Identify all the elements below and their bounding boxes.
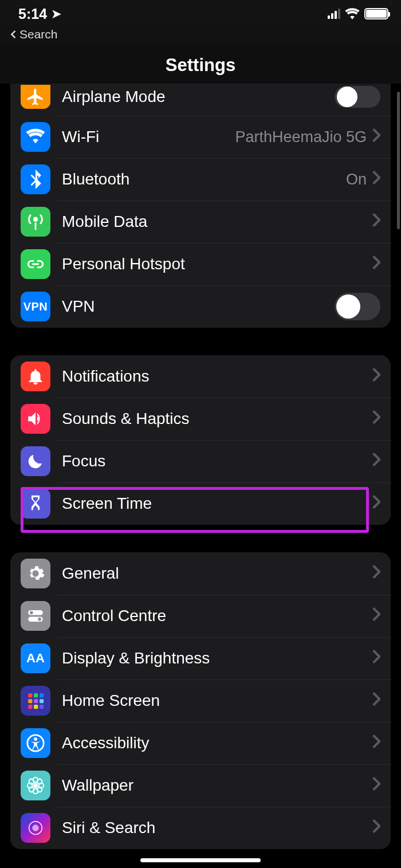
- home-screen-label: Home Screen: [62, 692, 372, 710]
- siri-row[interactable]: Siri & Search: [10, 807, 391, 849]
- antenna-icon: [21, 207, 50, 237]
- airplane-icon: [21, 85, 50, 109]
- vpn-icon: VPN: [21, 292, 50, 321]
- location-arrow-icon: ➤: [52, 7, 61, 21]
- svg-rect-5: [34, 693, 38, 697]
- display-row[interactable]: AA Display & Brightness: [10, 637, 391, 680]
- svg-rect-8: [34, 699, 38, 703]
- chevron-icon: [372, 777, 380, 795]
- speaker-icon: [21, 404, 50, 434]
- home-screen-row[interactable]: Home Screen: [10, 680, 391, 722]
- text-size-icon: AA: [21, 643, 50, 673]
- svg-point-15: [33, 783, 38, 788]
- vpn-toggle[interactable]: [335, 293, 380, 320]
- hourglass-icon: [21, 489, 50, 519]
- general-row[interactable]: General: [10, 552, 391, 595]
- wifi-icon: [21, 122, 50, 152]
- control-centre-row[interactable]: Control Centre: [10, 595, 391, 637]
- control-centre-label: Control Centre: [62, 607, 372, 625]
- wifi-row[interactable]: Wi-Fi ParthHeemaJio 5G: [10, 116, 391, 158]
- chevron-icon: [372, 692, 380, 710]
- chevron-icon: [372, 735, 380, 752]
- focus-label: Focus: [62, 452, 372, 470]
- chevron-icon: [372, 819, 380, 837]
- wallpaper-label: Wallpaper: [62, 776, 372, 795]
- connectivity-group: Airplane Mode Wi-Fi ParthHeemaJio 5G Blu…: [10, 84, 391, 328]
- display-label: Display & Brightness: [62, 649, 372, 667]
- accessibility-label: Accessibility: [62, 734, 372, 752]
- svg-rect-9: [40, 699, 44, 703]
- svg-rect-10: [28, 705, 32, 709]
- wifi-value: ParthHeemaJio 5G: [235, 128, 367, 146]
- bell-icon: [21, 362, 50, 391]
- mobile-data-row[interactable]: Mobile Data: [10, 201, 391, 243]
- bluetooth-label: Bluetooth: [62, 170, 346, 188]
- toggles-icon: [21, 601, 50, 631]
- home-indicator[interactable]: [140, 858, 261, 862]
- siri-label: Siri & Search: [62, 819, 372, 837]
- chevron-icon: [372, 368, 380, 386]
- siri-icon: [21, 813, 50, 843]
- svg-point-25: [32, 824, 38, 831]
- vpn-row[interactable]: VPN VPN: [10, 285, 391, 328]
- back-chevron-icon: [9, 30, 17, 38]
- general-group: General Control Centre AA Display & Brig…: [10, 552, 391, 849]
- airplane-mode-row[interactable]: Airplane Mode: [10, 84, 391, 116]
- notifications-row[interactable]: Notifications: [10, 355, 391, 398]
- chevron-icon: [372, 410, 380, 428]
- accessibility-icon: [21, 728, 50, 758]
- wifi-status-icon: [345, 8, 360, 19]
- back-to-search[interactable]: Search: [0, 28, 401, 45]
- general-label: General: [62, 564, 372, 583]
- sounds-label: Sounds & Haptics: [62, 410, 372, 428]
- airplane-label: Airplane Mode: [62, 88, 335, 106]
- chevron-icon: [372, 128, 380, 146]
- mobile-data-label: Mobile Data: [62, 213, 372, 231]
- app-grid-icon: [21, 686, 50, 716]
- airplane-toggle[interactable]: [335, 86, 380, 108]
- svg-rect-6: [40, 693, 44, 697]
- hotspot-label: Personal Hotspot: [62, 255, 372, 273]
- hotspot-row[interactable]: Personal Hotspot: [10, 243, 391, 285]
- accessibility-row[interactable]: Accessibility: [10, 722, 391, 764]
- chevron-icon: [372, 495, 380, 513]
- cellular-icon: [328, 9, 340, 19]
- gear-icon: [21, 559, 50, 588]
- notifications-label: Notifications: [62, 367, 372, 386]
- screen-time-label: Screen Time: [62, 494, 372, 513]
- bluetooth-icon: [21, 164, 50, 194]
- chevron-icon: [372, 171, 380, 188]
- bluetooth-row[interactable]: Bluetooth On: [10, 158, 391, 201]
- notifications-group: Notifications Sounds & Haptics Focus Scr…: [10, 355, 391, 525]
- wallpaper-row[interactable]: Wallpaper: [10, 764, 391, 807]
- svg-rect-11: [34, 705, 38, 709]
- moon-icon: [21, 446, 50, 476]
- flower-icon: [21, 771, 50, 800]
- chevron-icon: [372, 256, 380, 273]
- chevron-icon: [372, 213, 380, 231]
- chevron-icon: [372, 453, 380, 470]
- bluetooth-value: On: [346, 171, 367, 188]
- svg-point-3: [38, 618, 41, 621]
- svg-rect-4: [28, 693, 32, 697]
- svg-rect-12: [40, 705, 44, 709]
- status-bar: 5:14 ➤: [0, 0, 401, 28]
- svg-rect-7: [28, 699, 32, 703]
- page-title: Settings: [0, 45, 401, 84]
- screen-time-row[interactable]: Screen Time: [10, 482, 391, 525]
- focus-row[interactable]: Focus: [10, 440, 391, 482]
- back-label: Search: [19, 28, 58, 41]
- chevron-icon: [372, 650, 380, 667]
- svg-point-2: [30, 611, 33, 615]
- chevron-icon: [372, 607, 380, 625]
- wifi-label: Wi-Fi: [62, 128, 235, 146]
- battery-icon: [364, 8, 388, 19]
- status-time: 5:14: [18, 6, 47, 22]
- chevron-icon: [372, 565, 380, 583]
- scroll-indicator[interactable]: [397, 92, 400, 229]
- vpn-label: VPN: [62, 297, 335, 316]
- svg-point-14: [34, 737, 37, 741]
- sounds-row[interactable]: Sounds & Haptics: [10, 398, 391, 440]
- link-icon: [21, 249, 50, 279]
